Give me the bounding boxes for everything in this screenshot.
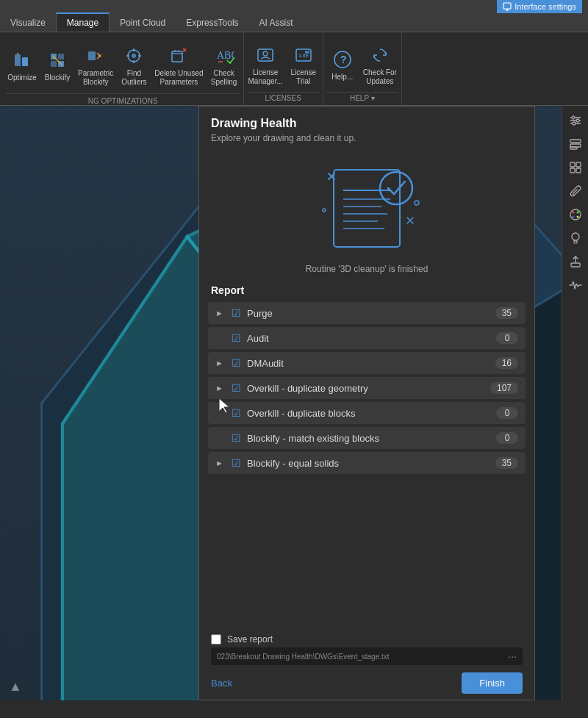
svg-point-51 xyxy=(573,122,576,125)
ribbon-btn-blockify[interactable]: Blockify xyxy=(41,46,74,85)
ribbon-btn-delete-unused[interactable]: Delete UnusedParameters xyxy=(153,41,204,90)
svg-rect-3 xyxy=(15,54,21,66)
svg-point-10 xyxy=(98,54,101,57)
check-updates-label: Check ForUpdates xyxy=(363,68,397,86)
sidebar-settings-sliders-button[interactable] xyxy=(565,110,586,131)
blockify-label: Blockify xyxy=(45,73,70,82)
ribbon-section-label-opt: NG OPTIMIZATIONS xyxy=(6,93,240,105)
tab-manage[interactable]: Manage xyxy=(56,12,110,32)
palette-icon xyxy=(569,208,582,221)
ribbon-btn-check-updates[interactable]: Check ForUpdates xyxy=(362,40,398,89)
svg-point-61 xyxy=(576,212,578,214)
help-label: Help... xyxy=(331,73,353,81)
scroll-down-button[interactable]: ▲ xyxy=(9,679,22,694)
license-manager-icon xyxy=(254,43,277,67)
svg-point-45 xyxy=(323,209,326,212)
ribbon-group-optimizations: Optimize Blockify xyxy=(3,32,244,105)
dh-nav-row: Back Finish xyxy=(211,672,523,694)
dh-item-blockify-match[interactable]: ► ☑ Blockify - match existing blocks 0 xyxy=(208,427,526,449)
svg-rect-0 xyxy=(503,3,511,9)
ribbon-btn-check-spelling[interactable]: ABC CheckSpelling xyxy=(208,41,240,90)
dh-item-overkill-geo[interactable]: ► ☑ Overkill - duplicate geometry 107 xyxy=(208,377,526,399)
dh-header: Drawing Health Explore your drawing and … xyxy=(199,107,534,148)
dh-title: Drawing Health xyxy=(211,117,523,130)
hot-air-balloon-icon xyxy=(569,231,582,245)
dh-footer: Save report 023\Breakout Drawing Health\… xyxy=(199,628,534,700)
pulse-icon xyxy=(569,279,582,292)
save-report-label: Save report xyxy=(227,634,273,645)
ribbon-group-buttons-help: ? Help... Check ForUpdates xyxy=(326,32,398,92)
svg-rect-52 xyxy=(570,140,581,143)
svg-rect-56 xyxy=(576,162,581,167)
svg-point-63 xyxy=(576,216,578,218)
sidebar-attachment-button[interactable] xyxy=(565,181,586,201)
svg-rect-17 xyxy=(172,51,182,62)
dh-item-overkill-blocks[interactable]: ► ☑ Overkill - duplicate blocks 0 xyxy=(208,402,526,424)
sidebar-grid-button[interactable] xyxy=(565,157,586,178)
finish-button[interactable]: Finish xyxy=(462,672,523,694)
back-button[interactable]: Back xyxy=(211,675,232,692)
interface-settings-button[interactable]: Interface settings xyxy=(497,0,582,13)
dh-badge-audit: 0 xyxy=(496,332,518,344)
svg-rect-24 xyxy=(305,51,309,54)
dh-item-name-dmaudit: DMAudit xyxy=(247,358,495,369)
svg-rect-58 xyxy=(576,168,581,173)
svg-rect-7 xyxy=(51,61,57,67)
find-outliers-label: FindOutliers xyxy=(121,69,146,87)
delete-unused-icon xyxy=(167,44,190,68)
sidebar-upload-button[interactable] xyxy=(565,251,586,272)
attachment-icon xyxy=(569,184,582,198)
svg-point-59 xyxy=(570,209,581,220)
save-report-checkbox[interactable] xyxy=(211,634,221,645)
tab-point-cloud[interactable]: Point Cloud xyxy=(110,12,176,32)
chevron-right-icon-blockify-equal: ► xyxy=(215,459,226,467)
license-manager-label: LicenseManager... xyxy=(248,68,283,86)
ribbon-btn-license-trial[interactable]: Lite LicenseTrial xyxy=(287,40,320,89)
ribbon-group-buttons-lic: LicenseManager... Lite LicenseTrial xyxy=(247,32,320,92)
check-icon-audit: ☑ xyxy=(232,332,241,344)
file-path-row: 023\Breakout Drawing Health\DWGs\Event_s… xyxy=(211,647,523,665)
ribbon-btn-find-outliers[interactable]: FindOutliers xyxy=(118,41,150,90)
delete-unused-label: Delete UnusedParameters xyxy=(154,69,203,87)
ribbon-btn-parametric[interactable]: ParametricBlockify xyxy=(76,41,115,90)
save-report-row: Save report xyxy=(211,634,523,645)
chevron-right-icon: ► xyxy=(215,309,226,317)
svg-rect-57 xyxy=(570,168,575,173)
tab-visualize[interactable]: Visualize xyxy=(0,12,56,32)
monitor-icon xyxy=(503,2,512,11)
svg-text:ABC: ABC xyxy=(217,50,234,61)
chevron-right-icon-overkill-geo: ► xyxy=(215,384,226,392)
dh-item-dmaudit[interactable]: ► ☑ DMAudit 16 xyxy=(208,352,526,374)
tab-ai-assist[interactable]: AI Assist xyxy=(249,12,304,32)
top-bar: Interface settings xyxy=(0,0,588,13)
ribbon-group-help: ? Help... Check ForUpdates HELP ▾ xyxy=(323,32,402,105)
layers-icon xyxy=(569,137,582,151)
svg-point-12 xyxy=(132,54,136,58)
svg-point-64 xyxy=(572,233,579,240)
ribbon-btn-license-manager[interactable]: LicenseManager... xyxy=(247,40,284,89)
check-icon-overkill-geo: ☑ xyxy=(232,382,241,394)
dh-item-name-overkill-geo: Overkill - duplicate geometry xyxy=(247,383,490,394)
dh-item-blockify-equal[interactable]: ► ☑ Blockify - equal solids 35 xyxy=(208,452,526,474)
dh-item-purge[interactable]: ► ☑ Purge 35 xyxy=(208,302,526,324)
ribbon-section-label-lic: LICENSES xyxy=(247,92,320,105)
ribbon-btn-optimize[interactable]: Optimize xyxy=(6,46,38,85)
dh-item-audit[interactable]: ► ☑ Audit 0 xyxy=(208,327,526,349)
svg-rect-68 xyxy=(571,263,580,267)
tab-expresstools[interactable]: ExpressTools xyxy=(176,12,248,32)
license-trial-icon: Lite xyxy=(292,43,315,67)
svg-point-62 xyxy=(572,216,574,218)
check-icon-dmaudit: ☑ xyxy=(232,357,241,369)
sidebar-pulse-button[interactable] xyxy=(565,275,586,295)
svg-rect-4 xyxy=(22,57,28,66)
interface-settings-label: Interface settings xyxy=(514,2,576,11)
check-spelling-label: CheckSpelling xyxy=(211,69,237,87)
dh-badge-dmaudit: 16 xyxy=(495,357,518,369)
sidebar-layers-button[interactable] xyxy=(565,134,586,154)
cleanup-illustration xyxy=(293,155,440,258)
sidebar-palette-button[interactable] xyxy=(565,204,586,225)
ribbon-btn-help[interactable]: ? Help... xyxy=(326,45,359,84)
file-options-button[interactable]: ··· xyxy=(508,650,517,662)
settings-sliders-icon xyxy=(569,114,582,127)
sidebar-balloon-button[interactable] xyxy=(565,228,586,248)
